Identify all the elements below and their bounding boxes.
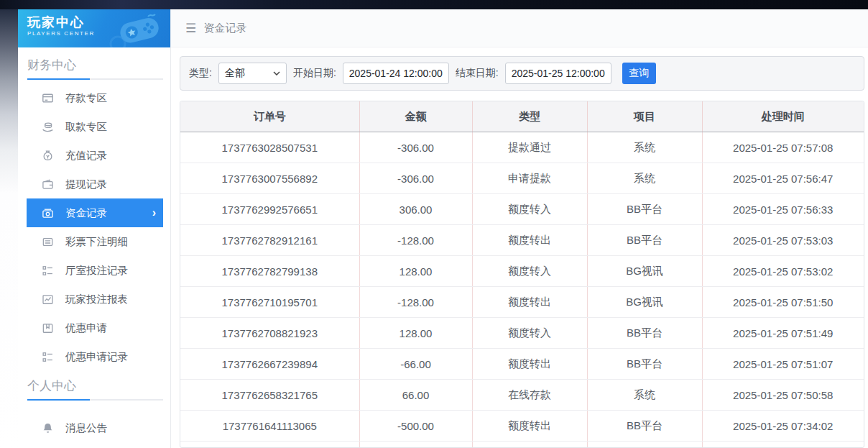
project-cell: BG视讯 bbox=[587, 256, 702, 287]
table-row: 1737763028507531-306.00提款通过系统2025-01-25 … bbox=[180, 132, 864, 163]
processed-time-cell: 2025-01-25 07:50:58 bbox=[702, 380, 864, 411]
end-date-input[interactable] bbox=[505, 63, 611, 84]
project-cell: 系统 bbox=[587, 132, 702, 163]
column-header: 金额 bbox=[359, 101, 472, 132]
main-panel: ☰ 资金记录 类型: 全部 开始日期: 结束日期: 查询 bbox=[171, 9, 868, 448]
order-number-cell: 1737763007556892 bbox=[180, 163, 359, 194]
sidebar-item-lottery-bet-details[interactable]: 彩票下注明细 bbox=[27, 227, 163, 256]
order-number-cell: 1737762782799138 bbox=[180, 256, 359, 287]
sidebar-item-label: 消息公告 bbox=[65, 421, 107, 435]
processed-time-cell: 2025-01-25 07:57:08 bbox=[702, 132, 864, 163]
column-header: 订单号 bbox=[180, 101, 359, 132]
amount-cell: -306.00 bbox=[359, 163, 472, 194]
content-area: 类型: 全部 开始日期: 结束日期: 查询 订单号金 bbox=[171, 47, 868, 448]
order-number-cell: 1737762782912161 bbox=[180, 225, 359, 256]
project-cell: BB平台 bbox=[587, 225, 702, 256]
sidebar-item-player-bet-report[interactable]: 玩家投注报表 bbox=[27, 285, 163, 314]
section-divider bbox=[27, 78, 163, 80]
recharge-records-icon bbox=[42, 150, 54, 162]
order-number-cell: 1737762708821923 bbox=[180, 318, 359, 349]
type-cell: 额度转入 bbox=[472, 318, 587, 349]
table-row: 1737762667239894-66.00额度转出BB平台2025-01-25… bbox=[180, 349, 864, 380]
sidebar-item-funds-records[interactable]: 资金记录› bbox=[27, 198, 163, 227]
sidebar-item-profile[interactable]: 个人资料 bbox=[27, 442, 163, 448]
sidebar-item-announcements[interactable]: 消息公告 bbox=[27, 413, 163, 442]
player-bet-report-icon bbox=[42, 293, 54, 306]
table-row: 1737762710195701-128.00额度转出BG视讯2025-01-2… bbox=[180, 287, 864, 318]
page-title: 资金记录 bbox=[203, 22, 246, 35]
page-top-strip bbox=[0, 0, 868, 9]
sidebar-item-deposit-zone[interactable]: 存款专区 bbox=[27, 83, 163, 112]
project-cell: BG视讯 bbox=[587, 287, 702, 318]
order-number-cell: 1737761641113065 bbox=[180, 411, 359, 442]
sidebar-item-withdrawal-records[interactable]: 提现记录 bbox=[27, 170, 163, 198]
sidebar-item-promo-application[interactable]: 优惠申请 bbox=[27, 314, 163, 342]
menu-toggle-icon[interactable]: ☰ bbox=[185, 21, 196, 36]
sidebar-section: 财务中心存款专区取款专区充值记录提现记录资金记录›彩票下注明细厅室投注记录玩家投… bbox=[18, 47, 170, 371]
table-row: 1737762782912161-128.00额度转出BB平台2025-01-2… bbox=[180, 225, 864, 256]
table-row: 1737762782799138128.00额度转入BG视讯2025-01-25… bbox=[180, 256, 864, 287]
sidebar-item-recharge-records[interactable]: 充值记录 bbox=[27, 141, 163, 170]
sidebar-item-label: 玩家投注报表 bbox=[65, 293, 128, 306]
project-cell: 系统 bbox=[587, 442, 702, 448]
chevron-down-icon bbox=[273, 71, 280, 76]
type-select-value: 全部 bbox=[225, 67, 245, 80]
funds-table: 订单号金额类型项目处理时间 1737763028507531-306.00提款通… bbox=[180, 101, 864, 448]
amount-cell: 306.00 bbox=[359, 194, 472, 225]
type-cell: 在线存款 bbox=[472, 380, 587, 411]
sidebar: 玩家中心 PLAYERS CENTER 财务中心存款专区取款专区充值记录提现记录… bbox=[18, 9, 171, 448]
start-date-input[interactable] bbox=[343, 63, 449, 84]
amount-cell: 66.00 bbox=[359, 380, 472, 411]
processed-time-cell: 2025-01-25 07:56:33 bbox=[702, 194, 864, 225]
section-divider bbox=[27, 399, 163, 401]
sidebar-item-hall-bet-records[interactable]: 厅室投注记录 bbox=[27, 256, 163, 285]
project-cell: BB平台 bbox=[587, 194, 702, 225]
type-cell: 额度转出 bbox=[472, 349, 587, 380]
promo-application-records-icon bbox=[42, 351, 54, 363]
sidebar-item-label: 彩票下注明细 bbox=[65, 235, 128, 249]
processed-time-cell: 2025-01-25 07:34:02 bbox=[702, 411, 864, 442]
sidebar-item-label: 优惠申请 bbox=[65, 321, 107, 335]
withdraw-zone-icon bbox=[42, 121, 54, 133]
project-cell: BB平台 bbox=[587, 349, 702, 380]
sidebar-item-promo-application-records[interactable]: 优惠申请记录 bbox=[27, 342, 163, 371]
sidebar-item-label: 厅室投注记录 bbox=[65, 264, 128, 278]
chevron-right-icon: › bbox=[152, 207, 156, 219]
amount-cell: -128.00 bbox=[359, 225, 472, 256]
lottery-bet-details-icon bbox=[42, 236, 54, 248]
sidebar-item-label: 存款专区 bbox=[65, 91, 107, 105]
processed-time-cell: 2025-01-25 07:53:02 bbox=[702, 256, 864, 287]
page-left-strip bbox=[0, 9, 18, 448]
amount-cell: -500.00 bbox=[359, 411, 472, 442]
amount-cell: -128.00 bbox=[359, 287, 472, 318]
table-header-row: 订单号金额类型项目处理时间 bbox=[180, 101, 864, 132]
order-number-cell: 1737762667239894 bbox=[180, 349, 359, 380]
processed-time-cell: 2025-01-25 07:56:47 bbox=[702, 163, 864, 194]
withdrawal-records-icon bbox=[42, 178, 54, 191]
start-date-label: 开始日期: bbox=[293, 67, 336, 80]
search-button[interactable]: 查询 bbox=[622, 63, 656, 84]
sidebar-item-label: 提现记录 bbox=[65, 178, 107, 191]
order-number-cell: 1737762992576651 bbox=[180, 194, 359, 225]
processed-time-cell: 2025-01-25 07:53:03 bbox=[702, 225, 864, 256]
order-number-cell: 1737762710195701 bbox=[180, 287, 359, 318]
type-select[interactable]: 全部 bbox=[218, 63, 287, 84]
processed-time-cell: 2025-01-25 07:51:49 bbox=[702, 318, 864, 349]
sidebar-item-withdraw-zone[interactable]: 取款专区 bbox=[27, 112, 163, 141]
filter-bar: 类型: 全部 开始日期: 结束日期: 查询 bbox=[180, 56, 864, 91]
table-row: 1737762992576651306.00额度转入BB平台2025-01-25… bbox=[180, 194, 864, 225]
column-header: 类型 bbox=[472, 101, 587, 132]
sidebar-item-label: 资金记录 bbox=[65, 206, 107, 220]
topbar: ☰ 资金记录 bbox=[171, 9, 868, 47]
order-number-cell: 1737762658321765 bbox=[180, 380, 359, 411]
table-row: 1737762708821923128.00额度转入BB平台2025-01-25… bbox=[180, 318, 864, 349]
column-header: 处理时间 bbox=[702, 101, 864, 132]
announcements-icon bbox=[42, 422, 54, 434]
type-cell: 申请提款 bbox=[472, 163, 587, 194]
hall-bet-records-icon bbox=[42, 265, 54, 277]
type-cell: 额度转出 bbox=[472, 411, 587, 442]
type-cell: 在线存款 bbox=[472, 442, 587, 448]
type-cell: 额度转入 bbox=[472, 194, 587, 225]
table-row: 1737763007556892-306.00申请提款系统2025-01-25 … bbox=[180, 163, 864, 194]
sidebar-item-label: 优惠申请记录 bbox=[65, 350, 128, 364]
